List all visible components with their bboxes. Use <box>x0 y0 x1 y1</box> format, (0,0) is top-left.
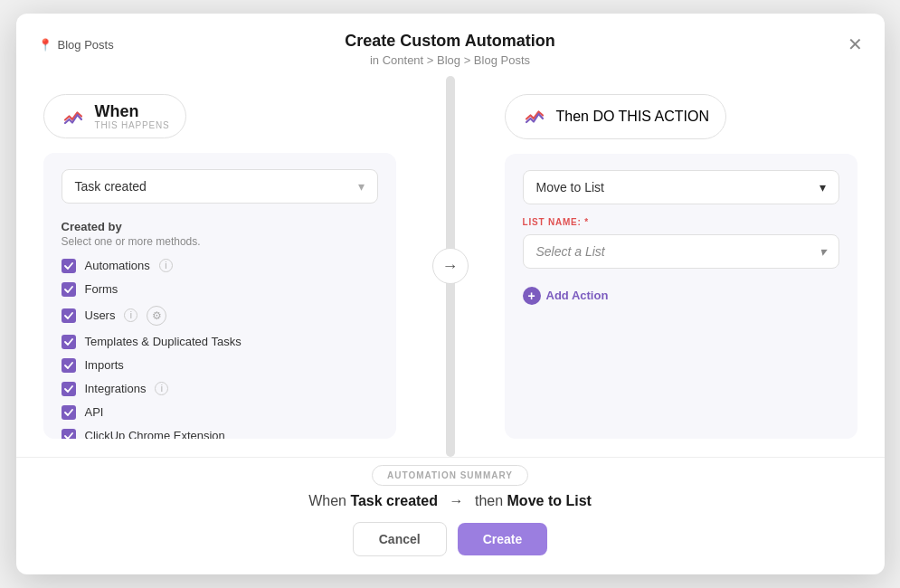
modal-title-group: Create Custom Automation in Content > Bl… <box>345 32 554 67</box>
add-action-button[interactable]: + Add Action <box>523 283 609 308</box>
when-panel-content: Task created ▾ Created by Select one or … <box>43 153 396 439</box>
method-label: Imports <box>85 358 124 372</box>
location-breadcrumb: 📍 Blog Posts <box>38 38 114 52</box>
trigger-value: Task created <box>75 179 147 194</box>
action-value: Move to List <box>536 180 604 194</box>
add-action-plus-icon: + <box>523 287 541 305</box>
create-button[interactable]: Create <box>458 523 548 555</box>
method-item[interactable]: Automationsi <box>62 259 378 273</box>
summary-arrow: → <box>449 493 463 508</box>
modal-container: 📍 Blog Posts Create Custom Automation in… <box>16 14 885 574</box>
list-chevron-icon: ▾ <box>819 244 826 259</box>
method-checkbox[interactable] <box>62 405 76 420</box>
list-select-dropdown[interactable]: Select a List ▾ <box>523 234 839 269</box>
center-arrow: → <box>432 248 469 284</box>
then-panel: Then DO THIS ACTION Move to List ▾ LIST … <box>478 76 885 457</box>
summary-text: When Task created → then Move to List <box>16 486 885 522</box>
method-label: Forms <box>85 282 118 296</box>
method-checkbox[interactable] <box>62 282 76 297</box>
method-label: Integrations <box>85 382 147 395</box>
cancel-button[interactable]: Cancel <box>353 522 447 556</box>
footer-buttons: Cancel Create <box>16 522 885 574</box>
then-label: Then <box>556 109 589 124</box>
center-divider: → <box>423 76 478 457</box>
modal-header: 📍 Blog Posts Create Custom Automation in… <box>16 14 885 76</box>
modal-body: When THIS HAPPENS Task created ▾ Created… <box>16 76 885 457</box>
then-sub: DO THIS ACTION <box>592 109 709 124</box>
info-icon[interactable]: i <box>124 308 137 322</box>
summary-pill: AUTOMATION SUMMARY <box>372 465 528 486</box>
method-label: API <box>85 405 104 419</box>
method-checkbox[interactable] <box>62 429 76 439</box>
add-action-label: Add Action <box>546 289 609 302</box>
method-list: AutomationsiFormsUsersi⚙Templates & Dupl… <box>62 259 378 439</box>
summary-action: Move to List <box>507 493 592 508</box>
method-item[interactable]: Imports <box>62 358 378 373</box>
automation-summary-bar: AUTOMATION SUMMARY <box>16 458 885 486</box>
then-icon <box>522 102 547 131</box>
list-placeholder: Select a List <box>536 244 605 259</box>
method-checkbox[interactable] <box>62 358 76 373</box>
method-label: Automations <box>85 259 150 272</box>
when-icon <box>61 103 86 128</box>
method-item[interactable]: Usersi⚙ <box>62 306 378 326</box>
summary-trigger: Task created <box>350 493 438 508</box>
info-icon[interactable]: i <box>155 382 168 395</box>
summary-then: then <box>475 493 503 508</box>
then-panel-content: Move to List ▾ LIST NAME: * Select a Lis… <box>505 154 857 439</box>
when-panel: When THIS HAPPENS Task created ▾ Created… <box>16 76 423 457</box>
when-label: When <box>95 102 139 120</box>
method-item[interactable]: Templates & Duplicated Tasks <box>62 335 378 349</box>
close-button[interactable]: ✕ <box>844 32 867 57</box>
action-dropdown[interactable]: Move to List ▾ <box>523 170 839 204</box>
method-checkbox[interactable] <box>62 335 76 349</box>
method-item[interactable]: ClickUp Chrome Extension <box>62 429 378 439</box>
method-checkbox[interactable] <box>62 382 76 396</box>
created-by-label: Created by <box>62 220 378 233</box>
method-checkbox[interactable] <box>62 308 76 323</box>
modal-footer: AUTOMATION SUMMARY When Task created → t… <box>16 457 885 574</box>
gear-icon[interactable]: ⚙ <box>147 306 166 326</box>
info-icon[interactable]: i <box>159 259 173 272</box>
modal-subtitle: in Content > Blog > Blog Posts <box>345 53 554 67</box>
required-marker: * <box>584 217 589 227</box>
method-label: Users <box>85 308 116 322</box>
method-item[interactable]: API <box>62 405 378 420</box>
list-name-label: LIST NAME: * <box>523 217 839 227</box>
method-item[interactable]: Integrationsi <box>62 382 378 396</box>
action-chevron-icon: ▾ <box>819 180 826 194</box>
location-label: Blog Posts <box>58 38 114 52</box>
summary-when: When <box>308 493 346 508</box>
trigger-chevron-icon: ▾ <box>358 179 365 194</box>
method-label: Templates & Duplicated Tasks <box>85 335 242 348</box>
when-sub: THIS HAPPENS <box>95 121 170 130</box>
method-item[interactable]: Forms <box>62 282 378 297</box>
trigger-dropdown[interactable]: Task created ▾ <box>62 169 378 204</box>
then-badge: Then DO THIS ACTION <box>505 94 727 139</box>
method-label: ClickUp Chrome Extension <box>85 429 225 439</box>
when-badge: When THIS HAPPENS <box>43 94 187 138</box>
method-checkbox[interactable] <box>62 259 76 273</box>
modal-title: Create Custom Automation <box>345 32 554 52</box>
location-icon: 📍 <box>38 38 52 52</box>
created-by-sub: Select one or more methods. <box>62 235 378 248</box>
